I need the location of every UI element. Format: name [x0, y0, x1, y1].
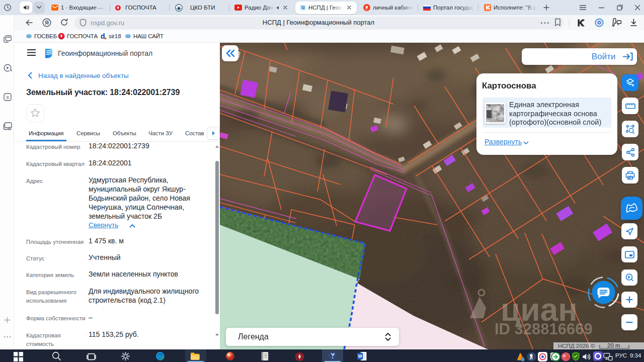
svg-text:8: 8 — [6, 95, 9, 100]
svg-text:НСПД 2026 ©: НСПД 2026 © — [558, 343, 595, 349]
svg-text:d: d — [101, 33, 105, 40]
svg-text:20 m: 20 m — [607, 342, 620, 348]
svg-text:ID 328816669: ID 328816669 — [495, 320, 593, 338]
